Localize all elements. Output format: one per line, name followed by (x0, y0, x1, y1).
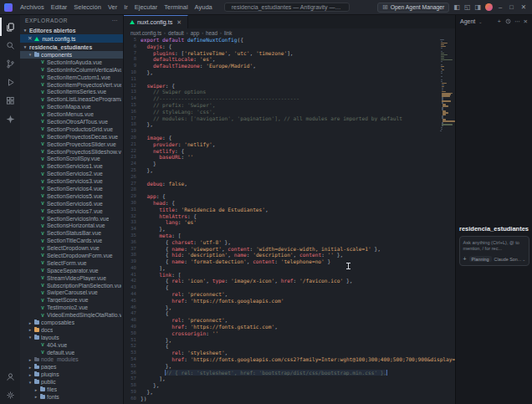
tree-item-selectform-vue[interactable]: VSelectForm.vue (20, 259, 123, 267)
tree-item-sectionservicios2-vue[interactable]: VSectionServicios2.vue (20, 170, 123, 177)
tree-item-sectionotrosaftous-vue[interactable]: VSectionOtrosAfTous.vue (20, 118, 123, 125)
code-line[interactable]: 39 { name: 'format-detection', content: … (124, 258, 455, 265)
tree-item-layouts[interactable]: ▾layouts (20, 334, 123, 341)
code-line[interactable]: 54 href: 'https://fonts.googleapis.com/c… (124, 356, 455, 363)
tree-item-pages[interactable]: ▸pages (20, 363, 123, 371)
tree-item-sectionproyectosslideshow-vue[interactable]: VSectionProyectosSlideshow.vue (20, 148, 123, 156)
menu-selección[interactable]: Selección (70, 3, 105, 11)
code-line[interactable]: 45 href: 'https://fonts.googleapis.com' (124, 298, 455, 304)
tree-item-default-vue[interactable]: Vdefault.vue (20, 349, 123, 356)
code-line[interactable]: 11 (124, 76, 455, 83)
code-line[interactable]: 26 (124, 174, 455, 181)
tree-item-videoembedsingleotaratio-vue[interactable]: VVideoEmbedSingleOtaRatio.vue (20, 311, 123, 319)
code-line[interactable]: 38 { hid: 'description', name: 'descript… (124, 252, 455, 258)
tree-item-sectionservicios7-vue[interactable]: VSectionServicios7.vue (20, 207, 123, 215)
tab-close-icon[interactable]: ✕ (176, 19, 182, 26)
tree-item-sectionshorizontal-vue[interactable]: VSectionsHorizontal.vue (20, 222, 123, 229)
code-line[interactable]: 42 { rel: 'icon', type: 'image/x-icon', … (124, 278, 455, 284)
tree-item-sectionscrollspy-vue[interactable]: VSectionScrollSpy.vue (20, 155, 123, 162)
open-agent-manager-button[interactable]: ⊞ Open Agent Manager (377, 3, 449, 13)
tree-item-sectionservicios4-vue[interactable]: VSectionServicios4.vue (20, 185, 123, 192)
close-icon[interactable]: ✕ (28, 35, 32, 42)
menu-ir[interactable]: Ir (120, 3, 131, 11)
layout-panel-right-icon[interactable]: ◨ (474, 4, 481, 11)
tree-item-node_modules[interactable]: ▸node_modules (20, 356, 123, 364)
tree-item-docs[interactable]: ▸docs (20, 326, 123, 334)
code-line[interactable]: 31 title: 'Residencia de Estudiantes', (124, 207, 455, 213)
attach-plus-icon[interactable]: + (463, 256, 467, 262)
code-line[interactable]: 7 plugins: ['relativeTime', 'utc', 'time… (124, 50, 455, 57)
code-line[interactable]: 55 }, (124, 363, 455, 370)
tree-item-subscriptionplanselection-vue[interactable]: VSubscriptionPlanSelection.vue (20, 282, 123, 289)
activitybar-source-control-icon[interactable] (0, 54, 20, 73)
menu-archivos[interactable]: Archivos (17, 3, 48, 11)
menu-editar[interactable]: Editar (48, 3, 71, 11)
tree-item-sectionmenus-vue[interactable]: VSectionMenus.vue (20, 110, 123, 118)
tree-item-swipercarousel-vue[interactable]: VSwiperCarousel.vue (20, 289, 123, 297)
breadcrumb-item-nuxt-config-ts[interactable]: nuxt.config.ts (130, 30, 161, 36)
code-line[interactable]: 34 }, (124, 226, 455, 233)
tree-item-files[interactable]: ▸files (20, 386, 123, 393)
code-line[interactable]: 57 ], (124, 376, 455, 382)
code-line[interactable]: 21 provider: 'netlify', (124, 141, 455, 148)
tree-item-sectionservicios3-vue[interactable]: VSectionServicios3.vue (20, 177, 123, 185)
code-line[interactable]: 52 { (124, 343, 455, 350)
code-line[interactable]: 18 }, (124, 121, 455, 128)
code-line[interactable]: 51 }, (124, 337, 455, 344)
tree-item-testimonio2-vue[interactable]: VTestimonio2.vue (20, 304, 123, 311)
menu-terminal[interactable]: Terminal (161, 3, 191, 11)
code-line[interactable]: 20 image: { (124, 135, 455, 141)
activitybar-settings-icon[interactable] (0, 386, 20, 404)
code-line[interactable]: 46 }, (124, 304, 455, 311)
tree-item-targetscore-vue[interactable]: VTargetScore.vue (20, 296, 123, 304)
code-line[interactable]: 53 rel: 'stylesheet', (124, 350, 455, 356)
tree-item-sectionserviciosinfo-vue[interactable]: VSectionServiciosInfo.vue (20, 215, 123, 222)
agent-input-placeholder[interactable]: Ask anything (Ctrl+L), @ to mention, / f… (463, 240, 525, 252)
code-line[interactable]: 32 htmlAttrs: { (124, 213, 455, 220)
command-center[interactable]: residencia_estudiantes — Antigravity — n… (224, 3, 350, 12)
code-line[interactable]: 59 }, (124, 389, 455, 396)
code-line[interactable]: 24 } (124, 161, 455, 167)
more-actions-icon[interactable]: ⋯ (111, 18, 118, 24)
tree-item-sectionservicios1-vue[interactable]: VSectionServicios1.vue (20, 162, 123, 170)
code-line[interactable]: 25 }, (124, 167, 455, 174)
code-line[interactable]: 49 href: 'https://fonts.gstatic.com', (124, 324, 455, 330)
code-line[interactable]: 19 (124, 128, 455, 135)
code-line[interactable]: 13 // Swiper options (124, 89, 455, 95)
tree-item-sectionstatusbar-vue[interactable]: VSectionStatusBar.vue (20, 229, 123, 237)
tree-item-sectionproyectosslider-vue[interactable]: VSectionProyectosSlider.vue (20, 141, 123, 148)
chevron-down-icon[interactable]: ⌄ (478, 19, 482, 24)
tree-item-sectioninfocolumnverticalavanz-vue[interactable]: VSectionInfoColumnVerticalAvanz.vue (20, 66, 123, 74)
tree-item-sectionproyectosdecas-vue[interactable]: VSectionProyectosDecas.vue (20, 133, 123, 141)
menu-ver[interactable]: Ver (105, 3, 120, 11)
activitybar-explorer-icon[interactable] (0, 18, 20, 36)
tree-item-fonts[interactable]: ▸fonts (20, 393, 123, 401)
open-editor-item[interactable]: ✕ nuxt.config.ts (20, 34, 123, 43)
code-line[interactable]: 10 }, (124, 69, 455, 76)
tree-item-selectdropdownform-vue[interactable]: VSelectDropdownForm.vue (20, 252, 123, 259)
code-line[interactable]: 6 dayjs: { (124, 43, 455, 50)
tab-nuxt-config[interactable]: nuxt.config.ts ✕ (124, 15, 188, 28)
code-line[interactable]: 9 defaultTimezone: 'Europe/Madrid', (124, 63, 455, 69)
code-line[interactable]: 48 rel: 'preconnect', (124, 317, 455, 324)
code-line[interactable]: 27 debug: false, (124, 181, 455, 187)
open-editors-section[interactable]: ▾ Editores abiertos (20, 26, 123, 34)
tree-item-sectionservicios6-vue[interactable]: VSectionServicios6.vue (20, 200, 123, 207)
tree-item-sectioninfoayuda-vue[interactable]: VSectionInfoAyuda.vue (20, 59, 123, 66)
tree-item-streamvideoplayer-vue[interactable]: VStreamVideoPlayer.vue (20, 274, 123, 282)
code-line[interactable]: 37 { name: 'viewport', content: 'width=d… (124, 246, 455, 253)
code-line[interactable]: 47 { (124, 310, 455, 317)
code-line[interactable]: 40 ], (124, 265, 455, 272)
tree-item-sectionservicios5-vue[interactable]: VSectionServicios5.vue (20, 192, 123, 200)
agent-input-card[interactable]: Ask anything (Ctrl+L), @ to mention, / f… (459, 236, 529, 266)
code-line[interactable]: 36 { charset: 'utf-8' }, (124, 239, 455, 246)
more-icon[interactable]: ⋯ (514, 18, 520, 25)
tree-item-404-vue[interactable]: V404.vue (20, 341, 123, 349)
activitybar-agent-icon[interactable] (0, 110, 20, 128)
code-line[interactable]: 29 app: { (124, 193, 455, 200)
breadcrumb-item-app[interactable]: app (191, 30, 200, 36)
tree-item-public[interactable]: ▾public (20, 378, 123, 386)
avatar[interactable] (485, 3, 493, 11)
code-line[interactable]: 5export default defineNuxtConfig({ (124, 37, 455, 43)
breadcrumb-item-default[interactable]: default (168, 30, 184, 36)
